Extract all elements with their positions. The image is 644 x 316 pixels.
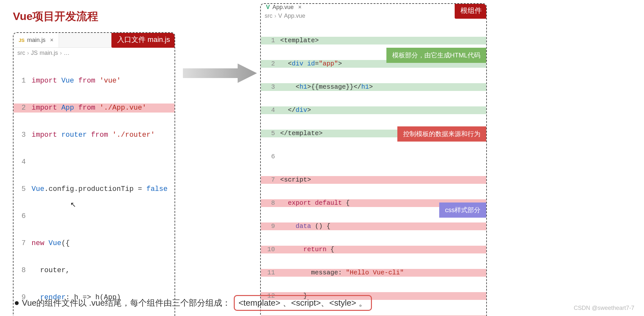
root-badge: 根组件 bbox=[455, 3, 487, 19]
tab-mainjs[interactable]: JS main.js × bbox=[14, 33, 59, 47]
bullet-icon bbox=[15, 301, 19, 305]
tab-bar: V App.vue × 根组件 bbox=[261, 4, 486, 11]
footer-lead: Vue的组件文件以 .vue结尾，每个组件由三个部分组成： bbox=[22, 297, 231, 309]
footer-highlight: <template> 、<script>、<style> 。 bbox=[234, 295, 372, 311]
tab-appvue[interactable]: V App.vue × bbox=[261, 4, 486, 11]
code-block: 1<template> 2 <div id="app"> 3 <h1>{{mes… bbox=[261, 21, 486, 316]
mainjs-panel: JS main.js × 入口文件 main.js src› JS main.j… bbox=[13, 32, 175, 316]
vue-icon: V bbox=[266, 4, 270, 11]
entry-badge: 入口文件 main.js bbox=[111, 32, 175, 48]
breadcrumb: src› V App.vue bbox=[261, 11, 486, 21]
tab-bar: JS main.js × 入口文件 main.js bbox=[14, 33, 175, 48]
breadcrumb: src› JS main.js› … bbox=[14, 48, 175, 58]
tab-label: App.vue bbox=[272, 4, 294, 11]
js-icon: JS bbox=[31, 50, 38, 56]
vue-icon: V bbox=[278, 13, 282, 19]
arrow-icon bbox=[183, 62, 257, 84]
svg-marker-0 bbox=[183, 64, 257, 83]
js-icon: JS bbox=[19, 37, 24, 43]
cursor-icon: ↖ bbox=[70, 201, 76, 209]
watermark: CSDN @sweetheart7-7 bbox=[574, 305, 634, 311]
annotation-template: 模板部分，由它生成HTML代码 bbox=[386, 48, 486, 63]
tab-label: main.js bbox=[27, 37, 45, 44]
footer-bullet: Vue的组件文件以 .vue结尾，每个组件由三个部分组成： <template>… bbox=[15, 295, 631, 311]
page-title: Vue项目开发流程 bbox=[13, 9, 98, 24]
annotation-style: css样式部分 bbox=[439, 202, 486, 218]
code-block: 1import Vue from 'vue' 2import App from … bbox=[14, 58, 175, 316]
close-icon[interactable]: × bbox=[298, 4, 302, 11]
annotation-script: 控制模板的数据来源和行为 bbox=[397, 126, 486, 142]
close-icon[interactable]: × bbox=[50, 37, 53, 44]
appvue-panel: V App.vue × 根组件 src› V App.vue 模板部分，由它生成… bbox=[260, 3, 487, 316]
